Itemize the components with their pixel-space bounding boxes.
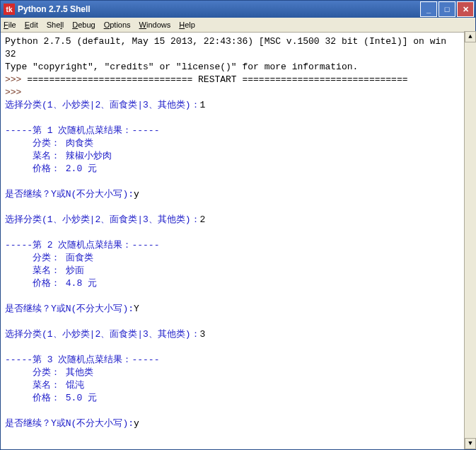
minimize-button[interactable]: _ (420, 1, 437, 17)
price-row: 价格： 4.8 元 (5, 278, 97, 289)
continue-prompt-1: 是否继续？Y或N(不分大小写): (5, 189, 134, 200)
continue-prompt-2: 是否继续？Y或N(不分大小写): (5, 304, 134, 314)
menu-file[interactable]: File (4, 21, 16, 29)
titlebar: tk Python 2.7.5 Shell _ □ ✕ (1, 1, 475, 18)
menu-shell[interactable]: Shell (47, 21, 64, 29)
menubar: File Edit Shell Debug Options Windows He… (1, 18, 475, 33)
window-title: Python 2.7.5 Shell (18, 4, 91, 14)
vertical-scrollbar[interactable]: ▲ ▼ (464, 31, 476, 449)
scroll-up-button[interactable]: ▲ (465, 31, 476, 42)
scroll-down-button[interactable]: ▼ (465, 438, 476, 449)
python-version-line2: 32 (5, 49, 16, 59)
result-head: -----第 1 次随机点菜结果：----- (5, 125, 159, 136)
price-row: 价格： 5.0 元 (5, 393, 97, 403)
menu-options[interactable]: Options (104, 21, 131, 29)
restart-banner: ============================== RESTART =… (21, 74, 407, 85)
input-cont-1: y (134, 189, 139, 200)
prompt: >>> (5, 74, 21, 85)
name-row: 菜名： 辣椒小炒肉 (5, 151, 112, 161)
scroll-track[interactable] (465, 42, 476, 438)
app-icon: tk (4, 4, 15, 15)
python-shell-window: tk Python 2.7.5 Shell _ □ ✕ File Edit Sh… (0, 0, 476, 450)
result-head: -----第 3 次随机点菜结果：----- (5, 354, 159, 365)
menu-edit[interactable]: Edit (25, 21, 38, 29)
input-sel-3: 3 (200, 329, 206, 340)
menu-debug[interactable]: Debug (72, 21, 95, 29)
result-head: -----第 2 次随机点菜结果：----- (5, 240, 159, 250)
continue-prompt-3: 是否继续？Y或N(不分大小写): (5, 418, 134, 429)
cat-row: 分类： 肉食类 (5, 138, 93, 149)
maximize-button[interactable]: □ (439, 1, 455, 17)
name-row: 菜名： 馄沌 (5, 380, 84, 391)
cat-row: 分类： 面食类 (5, 253, 93, 263)
select-prompt-3: 选择分类(1、小炒类|2、面食类|3、其他类)： (5, 329, 200, 340)
price-row: 价格： 2.0 元 (5, 163, 97, 174)
python-version-line1: Python 2.7.5 (default, May 15 2013, 22:4… (5, 36, 446, 47)
shell-content[interactable]: Python 2.7.5 (default, May 15 2013, 22:4… (1, 33, 475, 449)
name-row: 菜名： 炒面 (5, 265, 84, 276)
prompt: >>> (5, 87, 21, 98)
input-cont-3: y (134, 418, 139, 429)
input-cont-2: Y (134, 304, 139, 314)
menu-windows[interactable]: Windows (139, 21, 171, 29)
select-prompt-1: 选择分类(1、小炒类|2、面食类|3、其他类)： (5, 100, 200, 110)
input-sel-1: 1 (200, 100, 206, 110)
close-button[interactable]: ✕ (457, 1, 474, 17)
copyright-line: Type "copyright", "credits" or "license(… (5, 62, 358, 72)
menu-help[interactable]: Help (179, 21, 195, 29)
select-prompt-2: 选择分类(1、小炒类|2、面食类|3、其他类)： (5, 214, 200, 225)
input-sel-2: 2 (200, 214, 206, 225)
cat-row: 分类： 其他类 (5, 367, 93, 378)
